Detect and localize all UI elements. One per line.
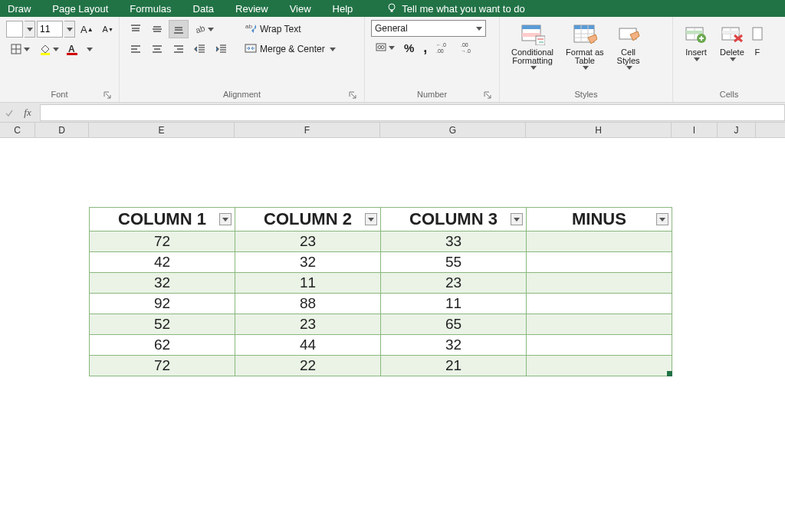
table-cell[interactable]: 88: [235, 294, 381, 314]
format-as-table-button[interactable]: Format as Table: [560, 20, 609, 72]
font-size-input[interactable]: [37, 21, 63, 38]
ribbon: A▲ A▼ A Font ab: [0, 17, 785, 103]
table-resize-handle[interactable]: [667, 371, 672, 376]
orientation-icon[interactable]: ab: [190, 20, 218, 38]
merge-center-button[interactable]: Merge & Center: [241, 40, 356, 58]
worksheet-area[interactable]: COLUMN 1COLUMN 2COLUMN 3MINUS72233342325…: [0, 138, 785, 532]
table-cell[interactable]: 23: [235, 314, 381, 335]
table-cell[interactable]: 33: [381, 232, 527, 252]
tab-data[interactable]: Data: [193, 3, 214, 15]
decrease-font-icon[interactable]: A▼: [99, 20, 117, 38]
table-header[interactable]: MINUS: [527, 208, 672, 232]
alignment-dialog-icon[interactable]: [349, 91, 358, 100]
svg-text:ab: ab: [194, 23, 206, 34]
svg-text:ab: ab: [245, 23, 252, 30]
percent-icon[interactable]: %: [400, 38, 418, 57]
tab-review[interactable]: Review: [235, 3, 268, 15]
column-header[interactable]: C: [0, 123, 35, 137]
align-bottom-icon[interactable]: [169, 20, 189, 38]
column-header[interactable]: F: [235, 123, 380, 137]
tab-page-layout[interactable]: Page Layout: [52, 3, 108, 15]
align-middle-icon[interactable]: [147, 20, 167, 38]
table-cell[interactable]: [527, 273, 672, 294]
table-cell[interactable]: 62: [90, 335, 235, 356]
cancel-formula-icon[interactable]: [0, 103, 18, 122]
increase-font-icon[interactable]: A▲: [77, 20, 97, 38]
group-cells-label: Cells: [720, 90, 738, 99]
tab-formulas[interactable]: Formulas: [130, 3, 171, 15]
font-dialog-icon[interactable]: [103, 91, 113, 100]
fill-color-icon[interactable]: [35, 40, 63, 58]
number-dialog-icon[interactable]: [484, 91, 493, 100]
table-cell[interactable]: 21: [381, 356, 527, 376]
table-cell[interactable]: 42: [90, 252, 235, 273]
table-cell[interactable]: [527, 356, 672, 376]
svg-text:←.0: ←.0: [436, 42, 446, 48]
table-cell[interactable]: 44: [235, 335, 381, 356]
font-name-dropdown[interactable]: [25, 21, 35, 38]
column-header[interactable]: E: [89, 123, 235, 137]
table-cell[interactable]: 32: [235, 252, 381, 273]
increase-indent-icon[interactable]: [212, 40, 232, 58]
table-cell[interactable]: 32: [90, 273, 235, 294]
cell-styles-icon: [616, 22, 641, 47]
decrease-indent-icon[interactable]: [190, 40, 210, 58]
table-cell[interactable]: 23: [381, 273, 527, 294]
cell-styles-button[interactable]: Cell Styles: [611, 20, 646, 72]
table-cell[interactable]: 55: [381, 252, 527, 273]
table-header[interactable]: COLUMN 2: [235, 208, 381, 232]
table-header[interactable]: COLUMN 1: [90, 208, 235, 232]
filter-dropdown-icon[interactable]: [219, 213, 232, 225]
font-color-icon[interactable]: A: [64, 40, 97, 58]
group-number: General % , ←.0.00 .00→.0 Number: [365, 17, 500, 102]
table-cell[interactable]: 32: [381, 335, 527, 356]
tab-view[interactable]: View: [290, 3, 311, 15]
table-cell[interactable]: [527, 252, 672, 273]
table-cell[interactable]: [527, 335, 672, 356]
table-cell[interactable]: 92: [90, 294, 235, 314]
comma-icon[interactable]: ,: [419, 38, 431, 57]
table-cell[interactable]: [527, 294, 672, 314]
table-cell[interactable]: 23: [235, 232, 381, 252]
table-cell[interactable]: 11: [235, 273, 381, 294]
delete-cells-button[interactable]: Delete: [714, 20, 750, 72]
align-center-icon[interactable]: [147, 40, 167, 58]
table-cell[interactable]: 22: [235, 356, 381, 376]
borders-icon[interactable]: [6, 40, 34, 58]
filter-dropdown-icon[interactable]: [365, 213, 377, 225]
increase-decimal-icon[interactable]: ←.0.00: [432, 38, 455, 57]
formula-input[interactable]: [40, 104, 785, 121]
column-header[interactable]: I: [672, 123, 718, 137]
column-header[interactable]: D: [35, 123, 89, 137]
filter-dropdown-icon[interactable]: [656, 213, 668, 225]
fx-icon[interactable]: fx: [18, 103, 37, 122]
tab-help[interactable]: Help: [333, 3, 353, 15]
insert-cells-icon: [685, 22, 708, 47]
number-format-combo[interactable]: General: [371, 20, 486, 37]
filter-dropdown-icon[interactable]: [511, 213, 523, 225]
tab-draw[interactable]: Draw: [8, 3, 31, 15]
table-cell[interactable]: 65: [381, 314, 527, 335]
conditional-formatting-button[interactable]: Conditional Formatting: [506, 20, 559, 72]
font-name-input[interactable]: [6, 21, 23, 38]
align-top-icon[interactable]: [126, 20, 146, 38]
table-cell[interactable]: 11: [381, 294, 527, 314]
table-cell[interactable]: 72: [90, 356, 235, 376]
tell-me[interactable]: Tell me what you want to do: [386, 2, 524, 15]
wrap-text-button[interactable]: ab Wrap Text: [241, 20, 342, 38]
table-cell[interactable]: [527, 232, 672, 252]
insert-cells-button[interactable]: Insert: [679, 20, 713, 72]
decrease-decimal-icon[interactable]: .00→.0: [457, 38, 480, 57]
column-header[interactable]: J: [718, 123, 756, 137]
format-cells-button[interactable]: F: [751, 20, 764, 72]
align-left-icon[interactable]: [126, 40, 146, 58]
table-cell[interactable]: 72: [90, 232, 235, 252]
align-right-icon[interactable]: [169, 40, 189, 58]
column-header[interactable]: G: [380, 123, 526, 137]
table-header[interactable]: COLUMN 3: [381, 208, 527, 232]
font-size-dropdown[interactable]: [64, 21, 75, 38]
column-header[interactable]: H: [526, 123, 672, 137]
accounting-format-icon[interactable]: [371, 38, 399, 57]
table-cell[interactable]: [527, 314, 672, 335]
table-cell[interactable]: 52: [90, 314, 235, 335]
